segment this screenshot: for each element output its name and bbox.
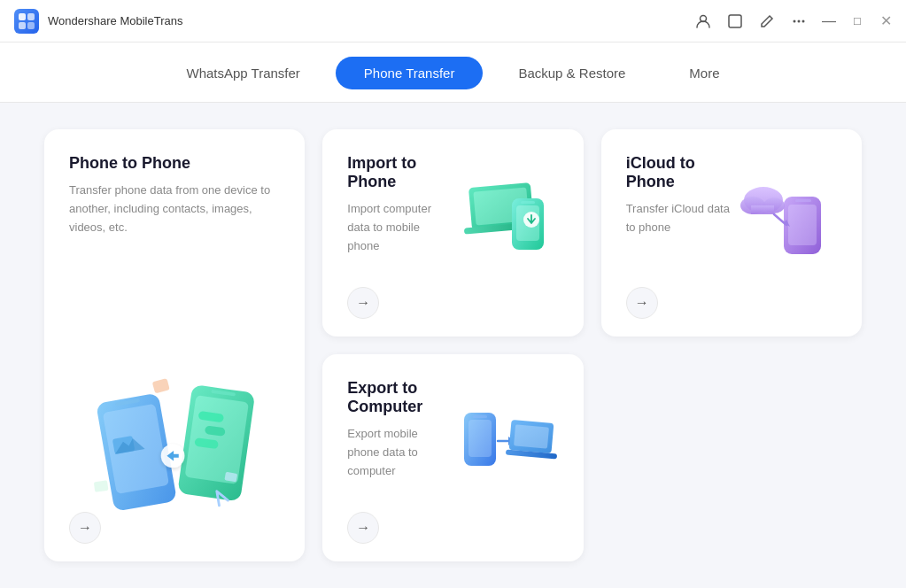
card-import-arrow[interactable]: →: [347, 287, 379, 319]
window-icon[interactable]: [727, 13, 743, 29]
main-content: Phone to Phone Transfer phone data from …: [0, 103, 906, 588]
svg-point-6: [794, 19, 796, 22]
svg-rect-0: [19, 13, 26, 20]
card-icloud-desc: Transfer iCloud data to phone: [626, 200, 731, 237]
svg-rect-37: [751, 205, 774, 214]
account-icon[interactable]: [695, 13, 711, 29]
svg-rect-40: [468, 420, 492, 457]
card-phone-to-phone-illustration: [69, 354, 280, 540]
maximize-button[interactable]: □: [851, 15, 863, 27]
svg-point-8: [802, 19, 805, 22]
card-phone-to-phone-text: Phone to Phone Transfer phone data from …: [69, 154, 280, 340]
card-icloud-to-phone[interactable]: iCloud to Phone Transfer iCloud data to …: [601, 129, 862, 337]
svg-rect-41: [473, 415, 487, 418]
edit-icon[interactable]: [759, 13, 775, 29]
svg-rect-23: [94, 480, 109, 491]
minimize-button[interactable]: —: [823, 15, 835, 27]
card-phone-to-phone-arrow[interactable]: →: [69, 512, 101, 544]
card-export-illustration: [453, 379, 559, 485]
card-import-title: Import to Phone: [347, 154, 452, 191]
app-icon: [14, 9, 39, 34]
card-icloud-arrow[interactable]: →: [626, 287, 658, 319]
card-import-text: Import to Phone Import computer data to …: [347, 154, 452, 255]
cards-grid: Phone to Phone Transfer phone data from …: [44, 129, 862, 561]
svg-rect-32: [788, 205, 817, 245]
title-bar-controls: — □ ✕: [695, 13, 892, 29]
card-export-desc: Export mobile phone data to computer: [347, 425, 452, 480]
tab-more[interactable]: More: [661, 57, 747, 89]
card-export-title: Export to Computer: [347, 379, 452, 416]
card-export-to-computer[interactable]: Export to Computer Export mobile phone d…: [322, 354, 583, 561]
svg-rect-5: [729, 15, 741, 27]
svg-point-7: [798, 19, 801, 22]
card-phone-to-phone-desc: Transfer phone data from one device to a…: [69, 182, 280, 236]
card-import-desc: Import computer data to mobile phone: [347, 200, 452, 255]
card-icloud-text: iCloud to Phone Transfer iCloud data to …: [626, 154, 731, 237]
title-bar: Wondershare MobileTrans: [0, 0, 906, 43]
app-title: Wondershare MobileTrans: [48, 14, 182, 27]
svg-rect-1: [27, 13, 35, 20]
menu-icon[interactable]: [791, 13, 807, 29]
card-icloud-illustration: [731, 154, 837, 260]
close-button[interactable]: ✕: [879, 15, 892, 27]
svg-rect-2: [19, 22, 26, 29]
svg-rect-33: [795, 199, 811, 202]
svg-rect-44: [514, 424, 549, 448]
tab-phone-transfer[interactable]: Phone Transfer: [336, 57, 484, 89]
tab-backup-restore[interactable]: Backup & Restore: [490, 57, 654, 89]
card-import-to-phone[interactable]: Import to Phone Import computer data to …: [322, 129, 583, 337]
svg-rect-21: [152, 378, 170, 393]
svg-rect-29: [521, 201, 535, 204]
card-export-text: Export to Computer Export mobile phone d…: [347, 379, 452, 480]
card-export-arrow[interactable]: →: [347, 512, 379, 544]
card-phone-to-phone[interactable]: Phone to Phone Transfer phone data from …: [44, 129, 305, 561]
navigation: WhatsApp Transfer Phone Transfer Backup …: [0, 43, 906, 103]
card-import-illustration: [453, 154, 559, 260]
title-bar-left: Wondershare MobileTrans: [14, 9, 182, 34]
svg-rect-3: [27, 22, 35, 29]
tab-whatsapp-transfer[interactable]: WhatsApp Transfer: [158, 57, 328, 89]
card-phone-to-phone-title: Phone to Phone: [69, 154, 280, 173]
card-icloud-title: iCloud to Phone: [626, 154, 731, 191]
